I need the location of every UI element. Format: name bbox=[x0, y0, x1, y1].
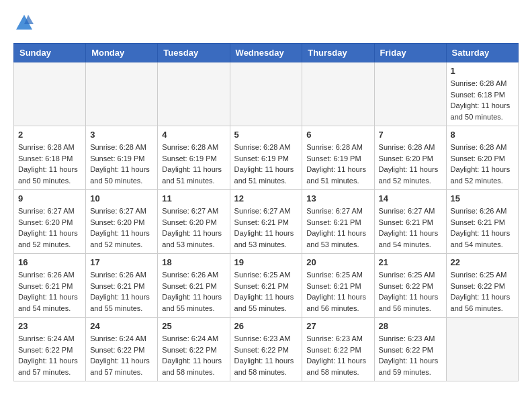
calendar-cell: 8Sunrise: 6:28 AM Sunset: 6:20 PM Daylig… bbox=[446, 126, 518, 190]
day-info: Sunrise: 6:27 AM Sunset: 6:20 PM Dayligh… bbox=[18, 205, 81, 250]
weekday-header-sunday: Sunday bbox=[14, 44, 86, 62]
day-info: Sunrise: 6:26 AM Sunset: 6:21 PM Dayligh… bbox=[451, 205, 514, 250]
day-number: 2 bbox=[18, 130, 81, 140]
day-number: 6 bbox=[306, 130, 369, 140]
weekday-header-monday: Monday bbox=[86, 44, 158, 62]
day-number: 25 bbox=[162, 321, 225, 331]
day-number: 7 bbox=[379, 130, 442, 140]
day-info: Sunrise: 6:23 AM Sunset: 6:22 PM Dayligh… bbox=[234, 333, 298, 377]
day-number: 18 bbox=[162, 257, 225, 267]
day-number: 22 bbox=[451, 257, 514, 267]
calendar: SundayMondayTuesdayWednesdayThursdayFrid… bbox=[13, 43, 519, 381]
calendar-cell: 19Sunrise: 6:25 AM Sunset: 6:21 PM Dayli… bbox=[230, 254, 302, 318]
logo bbox=[13, 13, 34, 36]
day-info: Sunrise: 6:24 AM Sunset: 6:22 PM Dayligh… bbox=[162, 333, 225, 377]
week-row-4: 16Sunrise: 6:26 AM Sunset: 6:21 PM Dayli… bbox=[14, 254, 519, 318]
calendar-cell: 7Sunrise: 6:28 AM Sunset: 6:20 PM Daylig… bbox=[374, 126, 446, 190]
day-info: Sunrise: 6:23 AM Sunset: 6:22 PM Dayligh… bbox=[379, 333, 442, 377]
day-number: 5 bbox=[234, 130, 298, 140]
calendar-cell: 25Sunrise: 6:24 AM Sunset: 6:22 PM Dayli… bbox=[158, 318, 230, 381]
day-number: 24 bbox=[90, 321, 153, 331]
day-number: 8 bbox=[451, 130, 514, 140]
week-row-2: 2Sunrise: 6:28 AM Sunset: 6:18 PM Daylig… bbox=[14, 126, 519, 190]
day-number: 17 bbox=[90, 257, 153, 267]
day-number: 11 bbox=[162, 193, 225, 203]
page-header bbox=[13, 13, 519, 36]
calendar-cell: 11Sunrise: 6:27 AM Sunset: 6:20 PM Dayli… bbox=[158, 190, 230, 254]
calendar-cell: 18Sunrise: 6:26 AM Sunset: 6:21 PM Dayli… bbox=[158, 254, 230, 318]
day-info: Sunrise: 6:27 AM Sunset: 6:21 PM Dayligh… bbox=[379, 205, 442, 250]
day-info: Sunrise: 6:27 AM Sunset: 6:21 PM Dayligh… bbox=[306, 205, 369, 250]
day-number: 14 bbox=[379, 193, 442, 203]
day-number: 15 bbox=[451, 193, 514, 203]
day-number: 3 bbox=[90, 130, 153, 140]
calendar-cell: 27Sunrise: 6:23 AM Sunset: 6:22 PM Dayli… bbox=[302, 318, 374, 381]
day-number: 16 bbox=[18, 257, 81, 267]
weekday-header-wednesday: Wednesday bbox=[230, 44, 302, 62]
day-number: 13 bbox=[306, 193, 369, 203]
weekday-header-saturday: Saturday bbox=[446, 44, 518, 62]
calendar-cell: 21Sunrise: 6:25 AM Sunset: 6:22 PM Dayli… bbox=[374, 254, 446, 318]
day-number: 10 bbox=[90, 193, 153, 203]
day-info: Sunrise: 6:28 AM Sunset: 6:20 PM Dayligh… bbox=[451, 142, 514, 186]
day-info: Sunrise: 6:28 AM Sunset: 6:19 PM Dayligh… bbox=[234, 142, 298, 186]
day-info: Sunrise: 6:23 AM Sunset: 6:22 PM Dayligh… bbox=[306, 333, 369, 377]
calendar-cell bbox=[446, 318, 518, 381]
day-info: Sunrise: 6:26 AM Sunset: 6:21 PM Dayligh… bbox=[18, 269, 81, 314]
day-info: Sunrise: 6:26 AM Sunset: 6:21 PM Dayligh… bbox=[90, 269, 153, 314]
calendar-cell: 10Sunrise: 6:27 AM Sunset: 6:20 PM Dayli… bbox=[86, 190, 158, 254]
day-info: Sunrise: 6:28 AM Sunset: 6:19 PM Dayligh… bbox=[90, 142, 153, 186]
calendar-cell: 5Sunrise: 6:28 AM Sunset: 6:19 PM Daylig… bbox=[230, 126, 302, 190]
week-row-5: 23Sunrise: 6:24 AM Sunset: 6:22 PM Dayli… bbox=[14, 318, 519, 381]
day-number: 1 bbox=[451, 66, 514, 76]
day-info: Sunrise: 6:28 AM Sunset: 6:18 PM Dayligh… bbox=[18, 142, 81, 186]
day-info: Sunrise: 6:28 AM Sunset: 6:19 PM Dayligh… bbox=[162, 142, 225, 186]
weekday-header-thursday: Thursday bbox=[302, 44, 374, 62]
day-info: Sunrise: 6:28 AM Sunset: 6:19 PM Dayligh… bbox=[306, 142, 369, 186]
calendar-cell: 22Sunrise: 6:25 AM Sunset: 6:22 PM Dayli… bbox=[446, 254, 518, 318]
calendar-cell: 1Sunrise: 6:28 AM Sunset: 6:18 PM Daylig… bbox=[446, 62, 518, 126]
calendar-cell: 3Sunrise: 6:28 AM Sunset: 6:19 PM Daylig… bbox=[86, 126, 158, 190]
calendar-cell bbox=[302, 62, 374, 126]
calendar-cell: 24Sunrise: 6:24 AM Sunset: 6:22 PM Dayli… bbox=[86, 318, 158, 381]
day-info: Sunrise: 6:24 AM Sunset: 6:22 PM Dayligh… bbox=[90, 333, 153, 377]
day-number: 26 bbox=[234, 321, 298, 331]
calendar-cell: 17Sunrise: 6:26 AM Sunset: 6:21 PM Dayli… bbox=[86, 254, 158, 318]
day-info: Sunrise: 6:27 AM Sunset: 6:21 PM Dayligh… bbox=[234, 205, 298, 250]
calendar-cell: 4Sunrise: 6:28 AM Sunset: 6:19 PM Daylig… bbox=[158, 126, 230, 190]
calendar-cell: 16Sunrise: 6:26 AM Sunset: 6:21 PM Dayli… bbox=[14, 254, 86, 318]
day-info: Sunrise: 6:25 AM Sunset: 6:22 PM Dayligh… bbox=[451, 269, 514, 314]
day-info: Sunrise: 6:27 AM Sunset: 6:20 PM Dayligh… bbox=[162, 205, 225, 250]
calendar-cell: 28Sunrise: 6:23 AM Sunset: 6:22 PM Dayli… bbox=[374, 318, 446, 381]
day-info: Sunrise: 6:27 AM Sunset: 6:20 PM Dayligh… bbox=[90, 205, 153, 250]
day-number: 27 bbox=[306, 321, 369, 331]
logo-icon bbox=[15, 13, 34, 32]
day-info: Sunrise: 6:26 AM Sunset: 6:21 PM Dayligh… bbox=[162, 269, 225, 314]
calendar-cell: 26Sunrise: 6:23 AM Sunset: 6:22 PM Dayli… bbox=[230, 318, 302, 381]
calendar-cell bbox=[230, 62, 302, 126]
calendar-cell bbox=[158, 62, 230, 126]
day-info: Sunrise: 6:25 AM Sunset: 6:21 PM Dayligh… bbox=[234, 269, 298, 314]
day-number: 4 bbox=[162, 130, 225, 140]
weekday-header-tuesday: Tuesday bbox=[158, 44, 230, 62]
day-info: Sunrise: 6:25 AM Sunset: 6:22 PM Dayligh… bbox=[379, 269, 442, 314]
calendar-cell: 20Sunrise: 6:25 AM Sunset: 6:21 PM Dayli… bbox=[302, 254, 374, 318]
day-number: 20 bbox=[306, 257, 369, 267]
day-info: Sunrise: 6:24 AM Sunset: 6:22 PM Dayligh… bbox=[18, 333, 81, 377]
week-row-3: 9Sunrise: 6:27 AM Sunset: 6:20 PM Daylig… bbox=[14, 190, 519, 254]
day-info: Sunrise: 6:28 AM Sunset: 6:20 PM Dayligh… bbox=[379, 142, 442, 186]
weekday-header-friday: Friday bbox=[374, 44, 446, 62]
day-number: 9 bbox=[18, 193, 81, 203]
calendar-cell: 14Sunrise: 6:27 AM Sunset: 6:21 PM Dayli… bbox=[374, 190, 446, 254]
day-number: 21 bbox=[379, 257, 442, 267]
calendar-cell: 15Sunrise: 6:26 AM Sunset: 6:21 PM Dayli… bbox=[446, 190, 518, 254]
calendar-cell: 12Sunrise: 6:27 AM Sunset: 6:21 PM Dayli… bbox=[230, 190, 302, 254]
calendar-cell bbox=[86, 62, 158, 126]
calendar-cell: 6Sunrise: 6:28 AM Sunset: 6:19 PM Daylig… bbox=[302, 126, 374, 190]
calendar-cell bbox=[374, 62, 446, 126]
logo-text bbox=[13, 13, 34, 36]
day-number: 19 bbox=[234, 257, 298, 267]
day-number: 28 bbox=[379, 321, 442, 331]
day-number: 23 bbox=[18, 321, 81, 331]
calendar-cell: 9Sunrise: 6:27 AM Sunset: 6:20 PM Daylig… bbox=[14, 190, 86, 254]
